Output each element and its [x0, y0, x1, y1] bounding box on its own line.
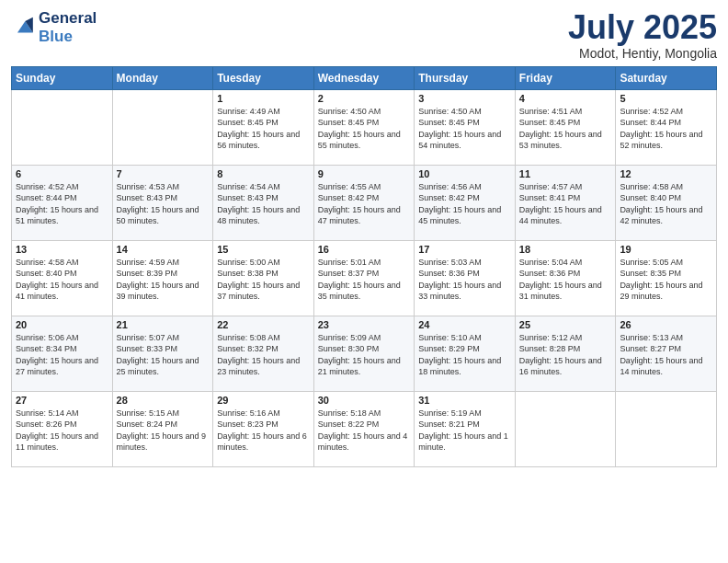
calendar-cell: 16 Sunrise: 5:01 AMSunset: 8:37 PMDaylig… — [313, 240, 415, 316]
day-number: 26 — [620, 319, 712, 330]
day-info: Sunrise: 5:18 AMSunset: 8:22 PMDaylight:… — [318, 408, 411, 454]
day-number: 16 — [318, 244, 411, 255]
day-info: Sunrise: 5:16 AMSunset: 8:23 PMDaylight:… — [217, 408, 310, 454]
day-info: Sunrise: 4:51 AMSunset: 8:45 PMDaylight:… — [519, 106, 612, 152]
day-info: Sunrise: 5:01 AMSunset: 8:37 PMDaylight:… — [318, 257, 411, 303]
day-number: 4 — [519, 93, 612, 104]
day-info: Sunrise: 4:50 AMSunset: 8:45 PMDaylight:… — [418, 106, 511, 152]
calendar-cell — [112, 89, 213, 165]
day-info: Sunrise: 5:00 AMSunset: 8:38 PMDaylight:… — [217, 257, 310, 303]
day-number: 25 — [519, 319, 612, 330]
day-info: Sunrise: 5:13 AMSunset: 8:27 PMDaylight:… — [620, 332, 712, 378]
header-wednesday: Wednesday — [313, 66, 415, 89]
calendar-cell — [515, 391, 616, 466]
day-number: 9 — [318, 168, 411, 179]
header-sunday: Sunday — [12, 66, 113, 89]
day-number: 7 — [117, 168, 210, 179]
day-number: 24 — [418, 319, 511, 330]
day-info: Sunrise: 4:57 AMSunset: 8:41 PMDaylight:… — [519, 181, 612, 227]
calendar-week-3: 13 Sunrise: 4:58 AMSunset: 8:40 PMDaylig… — [12, 240, 717, 316]
day-number: 27 — [16, 395, 108, 406]
calendar-cell: 23 Sunrise: 5:09 AMSunset: 8:30 PMDaylig… — [313, 316, 415, 391]
day-number: 22 — [217, 319, 310, 330]
day-info: Sunrise: 5:04 AMSunset: 8:36 PMDaylight:… — [519, 257, 612, 303]
calendar-week-4: 20 Sunrise: 5:06 AMSunset: 8:34 PMDaylig… — [12, 316, 717, 391]
day-info: Sunrise: 4:53 AMSunset: 8:43 PMDaylight:… — [117, 181, 210, 227]
day-info: Sunrise: 5:10 AMSunset: 8:29 PMDaylight:… — [418, 332, 511, 378]
day-info: Sunrise: 5:06 AMSunset: 8:34 PMDaylight:… — [16, 332, 108, 378]
day-info: Sunrise: 5:12 AMSunset: 8:28 PMDaylight:… — [519, 332, 612, 378]
day-info: Sunrise: 4:58 AMSunset: 8:40 PMDaylight:… — [16, 257, 108, 303]
day-number: 31 — [418, 395, 511, 406]
calendar-cell: 4 Sunrise: 4:51 AMSunset: 8:45 PMDayligh… — [515, 89, 616, 165]
header: General Blue July 2025 Modot, Hentiy, Mo… — [11, 9, 717, 61]
calendar-cell: 13 Sunrise: 4:58 AMSunset: 8:40 PMDaylig… — [12, 240, 113, 316]
title-block: July 2025 Modot, Hentiy, Mongolia — [568, 9, 717, 61]
logo-text: General Blue — [39, 9, 97, 45]
calendar-cell: 27 Sunrise: 5:14 AMSunset: 8:26 PMDaylig… — [12, 391, 113, 466]
calendar-cell — [12, 89, 113, 165]
calendar-cell: 9 Sunrise: 4:55 AMSunset: 8:42 PMDayligh… — [313, 165, 415, 240]
calendar-cell: 30 Sunrise: 5:18 AMSunset: 8:22 PMDaylig… — [313, 391, 415, 466]
day-info: Sunrise: 4:54 AMSunset: 8:43 PMDaylight:… — [217, 181, 310, 227]
day-info: Sunrise: 4:52 AMSunset: 8:44 PMDaylight:… — [620, 106, 712, 152]
calendar-week-2: 6 Sunrise: 4:52 AMSunset: 8:44 PMDayligh… — [12, 165, 717, 240]
day-info: Sunrise: 4:50 AMSunset: 8:45 PMDaylight:… — [318, 106, 411, 152]
day-info: Sunrise: 4:58 AMSunset: 8:40 PMDaylight:… — [620, 181, 712, 227]
calendar-cell: 20 Sunrise: 5:06 AMSunset: 8:34 PMDaylig… — [12, 316, 113, 391]
calendar-cell: 8 Sunrise: 4:54 AMSunset: 8:43 PMDayligh… — [213, 165, 314, 240]
calendar-cell: 15 Sunrise: 5:00 AMSunset: 8:38 PMDaylig… — [213, 240, 314, 316]
calendar-cell: 17 Sunrise: 5:03 AMSunset: 8:36 PMDaylig… — [415, 240, 516, 316]
calendar-cell: 24 Sunrise: 5:10 AMSunset: 8:29 PMDaylig… — [415, 316, 516, 391]
day-number: 13 — [16, 244, 108, 255]
day-number: 18 — [519, 244, 612, 255]
calendar-cell: 2 Sunrise: 4:50 AMSunset: 8:45 PMDayligh… — [313, 89, 415, 165]
day-number: 14 — [117, 244, 210, 255]
calendar-cell: 11 Sunrise: 4:57 AMSunset: 8:41 PMDaylig… — [515, 165, 616, 240]
logo: General Blue — [11, 9, 97, 45]
calendar-cell: 5 Sunrise: 4:52 AMSunset: 8:44 PMDayligh… — [616, 89, 717, 165]
day-number: 23 — [318, 319, 411, 330]
day-number: 28 — [117, 395, 210, 406]
day-info: Sunrise: 5:14 AMSunset: 8:26 PMDaylight:… — [16, 408, 108, 454]
day-info: Sunrise: 4:49 AMSunset: 8:45 PMDaylight:… — [217, 106, 310, 152]
page: General Blue July 2025 Modot, Hentiy, Mo… — [0, 0, 728, 563]
calendar-table: Sunday Monday Tuesday Wednesday Thursday… — [11, 66, 717, 467]
day-info: Sunrise: 4:59 AMSunset: 8:39 PMDaylight:… — [117, 257, 210, 303]
logo-icon — [11, 15, 37, 40]
day-info: Sunrise: 5:19 AMSunset: 8:21 PMDaylight:… — [418, 408, 511, 454]
calendar-cell: 10 Sunrise: 4:56 AMSunset: 8:42 PMDaylig… — [415, 165, 516, 240]
day-info: Sunrise: 5:08 AMSunset: 8:32 PMDaylight:… — [217, 332, 310, 378]
day-info: Sunrise: 5:15 AMSunset: 8:24 PMDaylight:… — [117, 408, 210, 454]
calendar-cell: 14 Sunrise: 4:59 AMSunset: 8:39 PMDaylig… — [112, 240, 213, 316]
header-tuesday: Tuesday — [213, 66, 314, 89]
day-number: 12 — [620, 168, 712, 179]
header-friday: Friday — [515, 66, 616, 89]
calendar-week-1: 1 Sunrise: 4:49 AMSunset: 8:45 PMDayligh… — [12, 89, 717, 165]
day-number: 1 — [217, 93, 310, 104]
calendar-cell: 18 Sunrise: 5:04 AMSunset: 8:36 PMDaylig… — [515, 240, 616, 316]
calendar-cell: 1 Sunrise: 4:49 AMSunset: 8:45 PMDayligh… — [213, 89, 314, 165]
header-thursday: Thursday — [415, 66, 516, 89]
calendar-cell: 12 Sunrise: 4:58 AMSunset: 8:40 PMDaylig… — [616, 165, 717, 240]
day-number: 10 — [418, 168, 511, 179]
day-number: 6 — [16, 168, 108, 179]
day-info: Sunrise: 5:03 AMSunset: 8:36 PMDaylight:… — [418, 257, 511, 303]
day-number: 20 — [16, 319, 108, 330]
day-number: 3 — [418, 93, 511, 104]
calendar-cell: 22 Sunrise: 5:08 AMSunset: 8:32 PMDaylig… — [213, 316, 314, 391]
day-info: Sunrise: 4:55 AMSunset: 8:42 PMDaylight:… — [318, 181, 411, 227]
day-number: 11 — [519, 168, 612, 179]
calendar-cell: 31 Sunrise: 5:19 AMSunset: 8:21 PMDaylig… — [415, 391, 516, 466]
day-number: 19 — [620, 244, 712, 255]
day-info: Sunrise: 5:09 AMSunset: 8:30 PMDaylight:… — [318, 332, 411, 378]
day-number: 15 — [217, 244, 310, 255]
day-number: 29 — [217, 395, 310, 406]
day-number: 5 — [620, 93, 712, 104]
calendar-cell — [616, 391, 717, 466]
calendar-cell: 26 Sunrise: 5:13 AMSunset: 8:27 PMDaylig… — [616, 316, 717, 391]
location: Modot, Hentiy, Mongolia — [568, 46, 717, 61]
day-number: 21 — [117, 319, 210, 330]
calendar-cell: 3 Sunrise: 4:50 AMSunset: 8:45 PMDayligh… — [415, 89, 516, 165]
day-info: Sunrise: 5:05 AMSunset: 8:35 PMDaylight:… — [620, 257, 712, 303]
